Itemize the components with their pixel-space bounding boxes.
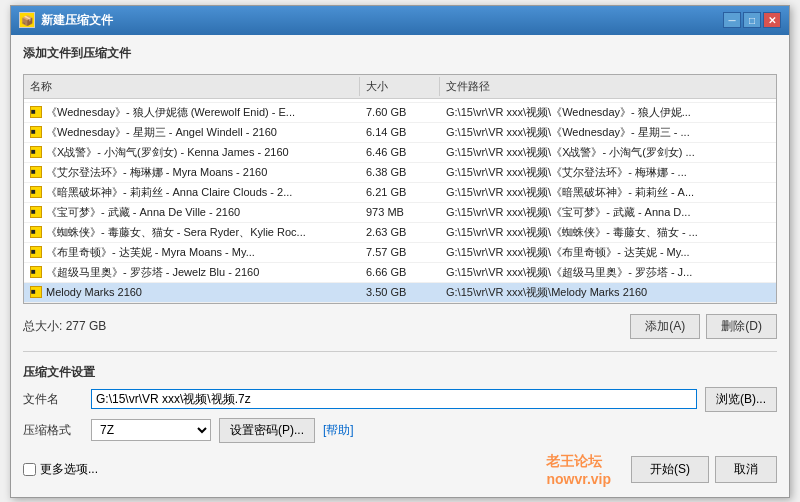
- table-row[interactable]: ■《布里奇顿》- 达芙妮 - Myra Moans - My...7.57 GB…: [24, 243, 776, 263]
- table-row[interactable]: ■《超级马里奥》- 罗莎塔 - Jewelz Blu - 21606.66 GB…: [24, 263, 776, 283]
- file-list-bottom: 总大小: 277 GB 添加(A) 删除(D): [23, 314, 777, 339]
- watermark: 老王论坛nowvr.vip: [546, 453, 611, 487]
- file-icon: ■: [30, 286, 42, 298]
- filename-label: 文件名: [23, 391, 83, 408]
- main-dialog: 📦 新建压缩文件 ─ □ ✕ 添加文件到压缩文件 名称 大小 文件路径 ■《FG…: [10, 5, 790, 498]
- table-row[interactable]: ■《X战警》- 小淘气(罗剑女) - Kenna James - 21606.4…: [24, 143, 776, 163]
- add-button[interactable]: 添加(A): [630, 314, 700, 339]
- table-row[interactable]: ■《Wednesday》- 星期三 - Angel Windell - 2160…: [24, 123, 776, 143]
- filename-row: 文件名 浏览(B)...: [23, 387, 777, 412]
- file-name-cell: ■《艾尔登法环》- 梅琳娜 - Myra Moans - 2160: [24, 163, 360, 182]
- col-name-header: 名称: [24, 77, 360, 96]
- more-options-label: 更多选项...: [40, 461, 98, 478]
- file-icon: ■: [30, 226, 42, 238]
- table-row[interactable]: ■《艾尔登法环》- 梅琳娜 - Myra Moans - 21606.38 GB…: [24, 163, 776, 183]
- table-row[interactable]: ■《宝可梦》- 武藏 - Anna De Ville - 2160973 MBG…: [24, 203, 776, 223]
- file-size-cell: 6.14 GB: [360, 123, 440, 142]
- file-path-cell: G:\15\vr\VR xxx\视频\Melody Marks 2160: [440, 283, 776, 302]
- file-size-cell: 2.63 GB: [360, 223, 440, 242]
- file-path-cell: G:\15\vr\VR xxx\视频\《艾尔登法环》- 梅琳娜 - ...: [440, 163, 776, 182]
- file-name-cell: ■《Wednesday》- 狼人伊妮德 (Werewolf Enid) - E.…: [24, 103, 360, 122]
- window-title: 新建压缩文件: [41, 12, 113, 29]
- file-size-cell: 6.21 GB: [360, 183, 440, 202]
- compress-format-row: 压缩格式 7ZZIPTARGZipBZip2 设置密码(P)... [帮助]: [23, 418, 777, 443]
- file-path-cell: G:\15\vr\VR xxx\视频\《宝可梦》- 武藏 - Anna D...: [440, 203, 776, 222]
- table-row[interactable]: ■《Wednesday》- 狼人伊妮德 (Werewolf Enid) - E.…: [24, 103, 776, 123]
- filename-input[interactable]: [91, 389, 697, 409]
- file-name-cell: ■《Wednesday》- 星期三 - Angel Windell - 2160: [24, 123, 360, 142]
- file-path-cell: G:\15\vr\VR xxx\视频\《Wednesday》- 狼人伊妮...: [440, 103, 776, 122]
- file-icon: ■: [30, 106, 42, 118]
- more-options-checkbox[interactable]: [23, 463, 36, 476]
- file-icon: ■: [30, 206, 42, 218]
- file-path-cell: G:\15\vr\VR xxx\视频\《X战警》- 小淘气(罗剑女) ...: [440, 143, 776, 162]
- file-name-cell: ■《宝可梦》- 武藏 - Anna De Ville - 2160: [24, 203, 360, 222]
- file-list-scroll[interactable]: ■《FGO》- 远坂凛 - Stacy Cruz - 21604.88 GBG:…: [24, 99, 776, 303]
- file-action-buttons: 添加(A) 删除(D): [630, 314, 777, 339]
- file-size-cell: 7.57 GB: [360, 243, 440, 262]
- col-size-header: 大小: [360, 77, 440, 96]
- file-name-cell: ■《蜘蛛侠》- 毒藤女、猫女 - Sera Ryder、Kylie Roc...: [24, 223, 360, 242]
- file-icon: ■: [30, 266, 42, 278]
- table-row[interactable]: ■Melody Marks 21603.50 GBG:\15\vr\VR xxx…: [24, 283, 776, 303]
- file-path-cell: G:\15\vr\VR xxx\视频\《布里奇顿》- 达芙妮 - My...: [440, 243, 776, 262]
- file-name-cell: ■《X战警》- 小淘气(罗剑女) - Kenna James - 2160: [24, 143, 360, 162]
- title-bar: 📦 新建压缩文件 ─ □ ✕: [11, 6, 789, 35]
- file-path-cell: G:\15\vr\VR xxx\视频\《蜘蛛侠》- 毒藤女、猫女 - ...: [440, 223, 776, 242]
- file-size-cell: 7.60 GB: [360, 103, 440, 122]
- settings-title: 压缩文件设置: [23, 364, 777, 381]
- file-size-cell: 3.50 GB: [360, 283, 440, 302]
- file-path-cell: G:\15\vr\VR xxx\视频\《Wednesday》- 星期三 - ..…: [440, 123, 776, 142]
- table-row[interactable]: ■《蜘蛛侠》- 毒藤女、猫女 - Sera Ryder、Kylie Roc...…: [24, 223, 776, 243]
- file-list-header: 名称 大小 文件路径: [24, 75, 776, 99]
- action-buttons: 开始(S) 取消: [631, 456, 777, 483]
- file-name-cell: ■《超级马里奥》- 罗莎塔 - Jewelz Blu - 2160: [24, 263, 360, 282]
- file-name-cell: ■Melody Marks 2160: [24, 283, 360, 302]
- file-size-cell: 4.88 GB: [360, 99, 440, 102]
- file-name-cell: ■《布里奇顿》- 达芙妮 - Myra Moans - My...: [24, 243, 360, 262]
- title-bar-controls: ─ □ ✕: [723, 12, 781, 28]
- set-password-button[interactable]: 设置密码(P)...: [219, 418, 315, 443]
- file-path-cell: G:\15\vr\VR xxx\视频\《超级马里奥》- 罗莎塔 - J...: [440, 263, 776, 282]
- minimize-button[interactable]: ─: [723, 12, 741, 28]
- cancel-button[interactable]: 取消: [715, 456, 777, 483]
- file-size-cell: 973 MB: [360, 203, 440, 222]
- title-bar-left: 📦 新建压缩文件: [19, 12, 113, 29]
- file-name-cell: ■《FGO》- 远坂凛 - Stacy Cruz - 2160: [24, 99, 360, 102]
- table-row[interactable]: ■《暗黑破坏神》- 莉莉丝 - Anna Claire Clouds - 2..…: [24, 183, 776, 203]
- file-icon: ■: [30, 126, 42, 138]
- file-path-cell: G:\15\vr\VR xxx\视频\《暗黑破坏神》- 莉莉丝 - A...: [440, 183, 776, 202]
- file-icon: ■: [30, 146, 42, 158]
- file-icon: ■: [30, 246, 42, 258]
- add-files-title: 添加文件到压缩文件: [23, 45, 777, 62]
- start-button[interactable]: 开始(S): [631, 456, 709, 483]
- browse-button[interactable]: 浏览(B)...: [705, 387, 777, 412]
- help-link[interactable]: [帮助]: [323, 422, 354, 439]
- divider: [23, 351, 777, 352]
- more-options-row: 更多选项...: [23, 461, 98, 478]
- maximize-button[interactable]: □: [743, 12, 761, 28]
- bottom-actions: 更多选项... 老王论坛nowvr.vip 开始(S) 取消: [23, 453, 777, 487]
- compress-format-label: 压缩格式: [23, 422, 83, 439]
- total-size-label: 总大小: 277 GB: [23, 318, 106, 335]
- file-name-cell: ■《暗黑破坏神》- 莉莉丝 - Anna Claire Clouds - 2..…: [24, 183, 360, 202]
- file-size-cell: 6.66 GB: [360, 263, 440, 282]
- settings-section: 压缩文件设置 文件名 浏览(B)... 压缩格式 7ZZIPTARGZipBZi…: [23, 364, 777, 487]
- file-path-cell: G:\15\vr\VR xxx\视频\《FGO》- 远坂凛 - Stacy C.…: [440, 99, 776, 102]
- app-icon: 📦: [19, 12, 35, 28]
- file-size-cell: 6.38 GB: [360, 163, 440, 182]
- file-list-container: 名称 大小 文件路径 ■《FGO》- 远坂凛 - Stacy Cruz - 21…: [23, 74, 777, 304]
- delete-button[interactable]: 删除(D): [706, 314, 777, 339]
- file-icon: ■: [30, 166, 42, 178]
- compress-format-select[interactable]: 7ZZIPTARGZipBZip2: [91, 419, 211, 441]
- dialog-body: 添加文件到压缩文件 名称 大小 文件路径 ■《FGO》- 远坂凛 - Stacy…: [11, 35, 789, 497]
- file-icon: ■: [30, 186, 42, 198]
- file-size-cell: 6.46 GB: [360, 143, 440, 162]
- col-path-header: 文件路径: [440, 77, 776, 96]
- close-button[interactable]: ✕: [763, 12, 781, 28]
